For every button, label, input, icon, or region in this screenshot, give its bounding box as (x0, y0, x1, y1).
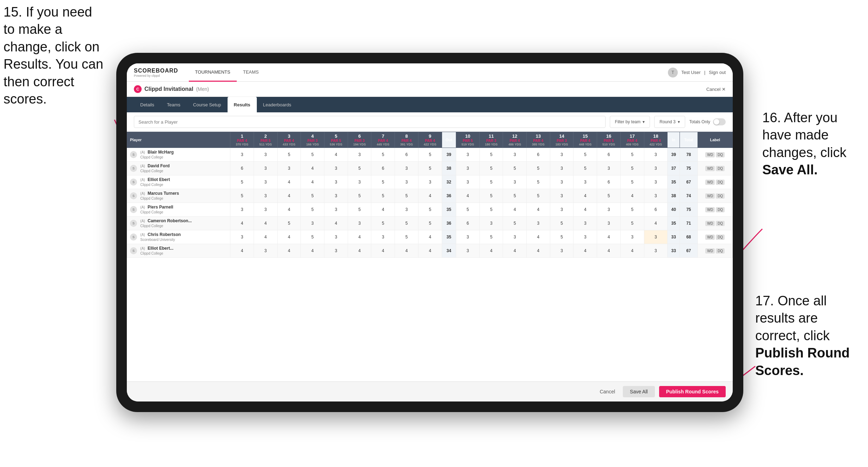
score-input[interactable] (627, 193, 637, 198)
score-cell[interactable] (527, 189, 550, 203)
score-cell[interactable] (254, 230, 277, 244)
score-cell[interactable] (574, 244, 597, 258)
score-input[interactable] (557, 180, 567, 185)
score-cell[interactable] (277, 230, 301, 244)
score-cell[interactable] (277, 175, 301, 189)
score-input[interactable] (463, 221, 473, 226)
wd-button[interactable]: WD (705, 152, 715, 157)
score-input[interactable] (580, 193, 590, 198)
score-input[interactable] (378, 180, 388, 185)
score-cell[interactable] (503, 217, 527, 230)
score-cell[interactable] (644, 203, 668, 217)
dq-button[interactable]: DQ (716, 180, 725, 185)
score-input[interactable] (533, 166, 543, 171)
score-input[interactable] (510, 180, 520, 185)
score-input[interactable] (237, 248, 247, 253)
tab-leaderboards[interactable]: Leaderboards (257, 97, 298, 112)
score-cell[interactable] (574, 162, 597, 175)
sign-out-link[interactable]: Sign out (709, 70, 726, 75)
score-input[interactable] (604, 248, 614, 253)
score-cell[interactable] (597, 217, 621, 230)
score-input[interactable] (486, 221, 496, 226)
wd-button[interactable]: WD (705, 193, 715, 199)
score-input[interactable] (237, 193, 247, 198)
score-input[interactable] (557, 248, 567, 253)
score-cell[interactable] (550, 230, 574, 244)
score-input[interactable] (533, 248, 543, 253)
score-cell[interactable] (644, 162, 668, 175)
score-cell[interactable] (254, 203, 277, 217)
dq-button[interactable]: DQ (716, 221, 725, 226)
score-input[interactable] (308, 166, 317, 171)
score-cell[interactable] (395, 189, 418, 203)
score-input[interactable] (557, 221, 567, 226)
score-input[interactable] (237, 152, 247, 157)
score-cell[interactable] (230, 217, 254, 230)
score-input[interactable] (533, 235, 543, 239)
score-input[interactable] (510, 221, 520, 226)
toggle-switch[interactable] (713, 118, 726, 125)
score-cell[interactable] (230, 230, 254, 244)
score-input[interactable] (237, 235, 247, 239)
score-input[interactable] (533, 152, 543, 157)
score-cell[interactable] (418, 148, 442, 162)
score-input[interactable] (533, 193, 543, 198)
score-cell[interactable] (597, 189, 621, 203)
score-cell[interactable] (456, 244, 479, 258)
score-input[interactable] (486, 180, 496, 185)
score-input[interactable] (284, 235, 294, 239)
score-cell[interactable] (503, 148, 527, 162)
score-cell[interactable] (371, 162, 395, 175)
score-cell[interactable] (574, 175, 597, 189)
wd-button[interactable]: WD (705, 207, 715, 212)
score-cell[interactable] (479, 189, 503, 203)
score-input[interactable] (627, 207, 637, 212)
score-cell[interactable] (230, 175, 254, 189)
score-cell[interactable] (371, 148, 395, 162)
score-cell[interactable] (527, 148, 550, 162)
score-input[interactable] (627, 152, 637, 157)
score-input[interactable] (463, 180, 473, 185)
dq-button[interactable]: DQ (716, 235, 725, 240)
score-cell[interactable] (230, 148, 254, 162)
score-input[interactable] (308, 221, 317, 226)
score-input[interactable] (425, 166, 435, 171)
score-cell[interactable] (254, 148, 277, 162)
score-cell[interactable] (456, 175, 479, 189)
score-cell[interactable] (620, 203, 644, 217)
wd-button[interactable]: WD (705, 221, 715, 226)
score-input[interactable] (651, 166, 661, 171)
score-cell[interactable] (230, 189, 254, 203)
score-input[interactable] (378, 221, 388, 226)
score-cell[interactable] (348, 175, 371, 189)
score-cell[interactable] (456, 217, 479, 230)
dq-button[interactable]: DQ (716, 193, 725, 199)
score-cell[interactable] (503, 189, 527, 203)
score-cell[interactable] (597, 175, 621, 189)
score-cell[interactable] (301, 175, 324, 189)
score-input[interactable] (510, 248, 520, 253)
score-input[interactable] (237, 166, 247, 171)
score-cell[interactable] (348, 244, 371, 258)
score-input[interactable] (378, 152, 388, 157)
score-cell[interactable] (277, 203, 301, 217)
score-input[interactable] (604, 207, 614, 212)
score-cell[interactable] (348, 162, 371, 175)
score-cell[interactable] (324, 203, 348, 217)
score-cell[interactable] (550, 244, 574, 258)
score-cell[interactable] (324, 217, 348, 230)
score-cell[interactable] (418, 230, 442, 244)
score-input[interactable] (378, 193, 388, 198)
wd-button[interactable]: WD (705, 166, 715, 171)
score-cell[interactable] (395, 217, 418, 230)
score-cell[interactable] (230, 162, 254, 175)
score-cell[interactable] (254, 244, 277, 258)
score-cell[interactable] (527, 230, 550, 244)
score-cell[interactable] (395, 203, 418, 217)
score-input[interactable] (425, 221, 435, 226)
score-cell[interactable] (324, 162, 348, 175)
score-cell[interactable] (479, 217, 503, 230)
score-cell[interactable] (620, 162, 644, 175)
score-input[interactable] (463, 248, 473, 253)
score-input[interactable] (402, 248, 411, 253)
